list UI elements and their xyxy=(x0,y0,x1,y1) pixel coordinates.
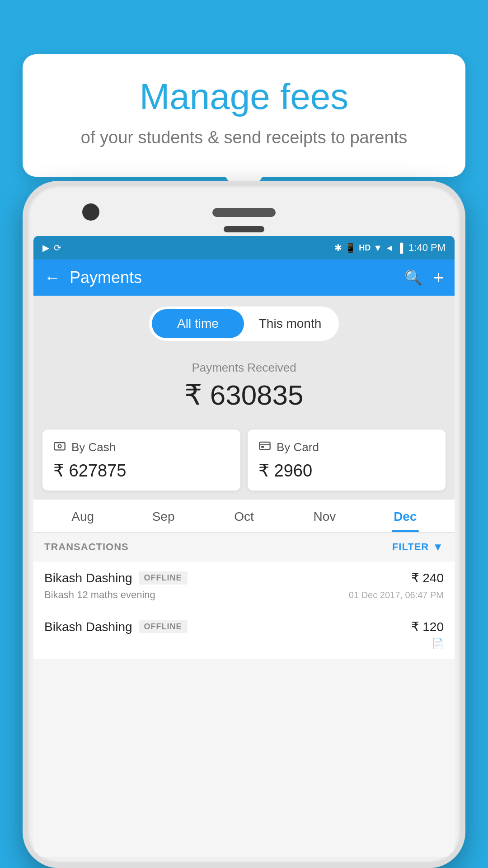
card-amount: ₹ 2960 xyxy=(258,461,435,481)
app-bar-icons: 🔍 + xyxy=(404,268,444,288)
transaction-amount-2: ₹ 120 xyxy=(411,619,444,634)
cards-row: By Cash ₹ 627875 By Card ₹ 2960 xyxy=(33,425,455,500)
status-bar-right: ✱ 📱 HD ▼ ◄ ▐ 1:40 PM xyxy=(334,242,446,254)
this-month-toggle[interactable]: This month xyxy=(244,309,336,338)
card-card: By Card ₹ 2960 xyxy=(248,429,446,491)
svg-rect-0 xyxy=(54,443,65,450)
status-bar-left: ▶ ⟳ xyxy=(42,242,61,253)
phone-speaker xyxy=(212,208,276,217)
transaction-name-1: Bikash Dashing xyxy=(44,571,132,585)
tab-nov[interactable]: Nov xyxy=(284,500,365,532)
battery-icon: ▐ xyxy=(397,243,403,253)
transaction-item-1[interactable]: Bikash Dashing OFFLINE ₹ 240 Bikash 12 m… xyxy=(33,561,455,610)
back-button[interactable]: ← xyxy=(44,268,61,287)
filter-label: FILTER xyxy=(392,541,429,553)
speech-bubble: Manage fees of your students & send rece… xyxy=(23,54,465,177)
add-button[interactable]: + xyxy=(433,268,444,288)
transaction-badge-1: OFFLINE xyxy=(139,571,188,585)
transactions-label: TRANSACTIONS xyxy=(44,541,129,553)
hd-label: HD xyxy=(359,243,371,253)
phone-icon: 📱 xyxy=(345,242,356,253)
search-button[interactable]: 🔍 xyxy=(404,269,422,286)
transaction-row1-2: Bikash Dashing OFFLINE ₹ 120 xyxy=(44,619,444,634)
signal-icon: ◄ xyxy=(385,243,394,253)
transactions-header: TRANSACTIONS FILTER ▼ xyxy=(33,533,455,561)
transaction-amount-1: ₹ 240 xyxy=(411,571,444,585)
app-title: Payments xyxy=(70,268,395,287)
phone-side-button xyxy=(462,313,465,349)
cash-card-header: By Cash xyxy=(53,439,230,455)
phone-frame: ▶ ⟳ ✱ 📱 HD ▼ ◄ ▐ 1:40 PM ← Payments 🔍 + xyxy=(23,181,465,868)
transaction-badge-2: OFFLINE xyxy=(139,620,188,633)
refresh-icon: ⟳ xyxy=(54,242,61,253)
tab-aug[interactable]: Aug xyxy=(42,500,123,532)
filter-button[interactable]: FILTER ▼ xyxy=(392,541,444,553)
card-icon xyxy=(258,439,271,455)
filter-icon: ▼ xyxy=(432,541,444,553)
cash-type-label: By Cash xyxy=(71,440,116,454)
bubble-subtitle: of your students & send receipts to pare… xyxy=(50,126,438,150)
name-badge-1: Bikash Dashing OFFLINE xyxy=(44,571,188,585)
play-icon: ▶ xyxy=(42,242,49,253)
status-time: 1:40 PM xyxy=(408,242,446,254)
cash-icon xyxy=(53,439,66,455)
svg-rect-4 xyxy=(262,446,264,447)
bluetooth-icon: ✱ xyxy=(334,242,342,253)
card-card-header: By Card xyxy=(258,439,435,455)
transaction-row2-2: 📄 xyxy=(44,638,444,650)
toggle-section: All time This month xyxy=(33,296,455,352)
transaction-name-2: Bikash Dashing xyxy=(44,620,132,634)
svg-rect-2 xyxy=(259,442,270,449)
svg-point-1 xyxy=(58,445,61,448)
wifi-icon: ▼ xyxy=(373,243,382,253)
payment-summary: Payments Received ₹ 630835 xyxy=(33,352,455,425)
app-bar: ← Payments 🔍 + xyxy=(33,259,455,296)
phone-screen: ▶ ⟳ ✱ 📱 HD ▼ ◄ ▐ 1:40 PM ← Payments 🔍 + xyxy=(33,236,455,857)
tab-dec[interactable]: Dec xyxy=(365,500,446,532)
transaction-detail-1: Bikash 12 maths evening xyxy=(44,589,155,601)
payments-received-label: Payments Received xyxy=(47,361,441,375)
card-type-label: By Card xyxy=(277,440,319,454)
tab-oct[interactable]: Oct xyxy=(204,500,284,532)
month-tabs: Aug Sep Oct Nov Dec xyxy=(33,500,455,533)
tab-sep[interactable]: Sep xyxy=(123,500,203,532)
all-time-toggle[interactable]: All time xyxy=(152,309,244,338)
transaction-row2-1: Bikash 12 maths evening 01 Dec 2017, 06:… xyxy=(44,589,444,601)
transaction-row1-1: Bikash Dashing OFFLINE ₹ 240 xyxy=(44,571,444,585)
cash-card: By Cash ₹ 627875 xyxy=(42,429,240,491)
phone-camera xyxy=(82,203,99,221)
payments-received-amount: ₹ 630835 xyxy=(47,378,441,411)
transaction-date-1: 01 Dec 2017, 06:47 PM xyxy=(349,590,444,600)
phone-earpiece xyxy=(224,226,264,232)
file-icon: 📄 xyxy=(432,638,444,650)
cash-amount: ₹ 627875 xyxy=(53,461,230,481)
bubble-title: Manage fees xyxy=(50,77,438,117)
transaction-item-2[interactable]: Bikash Dashing OFFLINE ₹ 120 📄 xyxy=(33,610,455,659)
name-badge-2: Bikash Dashing OFFLINE xyxy=(44,620,188,634)
status-bar: ▶ ⟳ ✱ 📱 HD ▼ ◄ ▐ 1:40 PM xyxy=(33,236,455,259)
toggle-container: All time This month xyxy=(149,307,339,341)
